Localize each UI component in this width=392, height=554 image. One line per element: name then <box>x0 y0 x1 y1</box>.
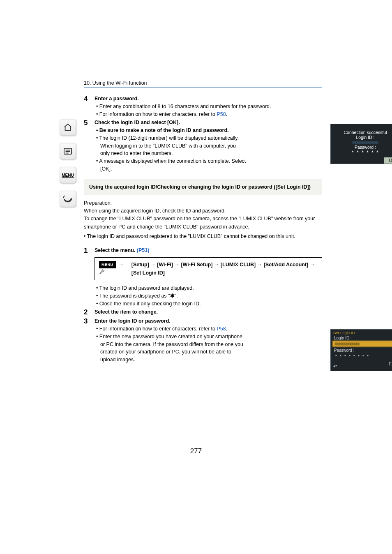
step-title: Select the menu. <box>95 247 137 253</box>
step-4: 4 Enter a password. • Enter any combinat… <box>84 95 322 118</box>
ss2-selected-row: xxxxxxxxxxxx <box>332 341 392 347</box>
section-callout: Using the acquired login ID/Checking or … <box>84 179 322 195</box>
ss-login-id-masked: xxxxxxxxxxxx <box>334 140 392 145</box>
ss-line: Password : <box>334 145 392 150</box>
home-icon[interactable] <box>60 119 76 136</box>
page-number[interactable]: 277 <box>0 447 392 455</box>
star-icon: ✱ <box>170 293 175 299</box>
link-p58[interactable]: P58 <box>217 326 226 332</box>
step-number: 1 <box>84 247 95 255</box>
preparation-block: Preparation: When using the acquired log… <box>84 199 322 241</box>
step-3b: 3 Enter the login ID or password. • For … <box>84 317 322 364</box>
step-title: Enter the login ID or password. <box>95 317 247 325</box>
ss2-row: Login ID : <box>331 335 392 340</box>
ss-line: Login ID : <box>334 135 392 140</box>
bullet-text: • A message is displayed when the connec… <box>96 157 247 173</box>
wrench-icon <box>99 269 105 277</box>
bullet-text-bold: • Be sure to make a note of the login ID… <box>96 127 247 134</box>
step-number: 4 <box>84 95 95 118</box>
bullet-text: • For information on how to enter charac… <box>96 325 247 333</box>
link-p58[interactable]: P58 <box>217 111 226 117</box>
bullet-text: • The password is displayed as "✱". <box>96 292 322 300</box>
step-5: 5 Check the login ID and select [OK]. • … <box>84 119 322 173</box>
menu-chip-icon: MENU <box>99 261 116 268</box>
bullet-continuation: When logging in to the "LUMIX CLUB" with… <box>100 142 247 158</box>
prep-text: To change the "LUMIX CLUB" password on t… <box>84 215 322 231</box>
step-number: 5 <box>84 119 95 173</box>
sidebar-nav: MENU <box>58 119 78 207</box>
ss2-row: Password : <box>331 347 392 353</box>
step-title: Enter a password. <box>95 95 322 103</box>
ss2-header: Set Login ID <box>331 330 392 335</box>
step-title: Select the item to change. <box>95 309 158 315</box>
menu-path-box: MENU → [Setup] → [Wi-Fi] → [Wi-Fi Setup]… <box>95 257 322 281</box>
step-2b: 2 Select the item to change. <box>84 308 322 316</box>
bullet-text: • For information on how to enter charac… <box>96 111 322 118</box>
menu-icon[interactable]: MENU <box>60 167 76 183</box>
page-content: 10. Using the Wi-Fi function 4 Enter a p… <box>84 80 322 365</box>
ss-password-masked: ＊＊＊＊＊＊ <box>334 150 392 155</box>
prep-note: • The login ID and password registered t… <box>84 233 322 240</box>
bullet-text: • The login ID and password are displaye… <box>96 284 322 292</box>
prep-text: When using the acquired login ID, check … <box>84 207 322 215</box>
ss-line: Connection successful <box>334 130 392 135</box>
ss2-back-icon: ↶ <box>333 364 337 369</box>
chapter-header: 10. Using the Wi-Fi function <box>84 80 322 88</box>
toc-icon[interactable] <box>60 143 76 159</box>
bullet-text: • Close the menu if only checking the lo… <box>96 300 322 308</box>
ss2-exit: Exit <box>331 359 392 366</box>
camera-screenshot-connection: Connection successful Login ID : xxxxxxx… <box>330 124 392 164</box>
ss2-pwd: ＊＊＊＊＊＊＊＊ <box>331 353 392 359</box>
bullet-text: • Enter the new password you have create… <box>96 333 247 364</box>
post-menu-bullets: • The login ID and password are displaye… <box>84 284 322 307</box>
prep-label: Preparation: <box>84 199 322 207</box>
ok-button: OK <box>384 157 392 164</box>
camera-screenshot-set-login: Set Login ID Login ID : xxxxxxxxxxxx Pas… <box>330 329 392 371</box>
bullet-text: • The login ID (12-digit number) will be… <box>96 134 247 142</box>
arrow-icon: → <box>118 262 124 268</box>
menu-path-prefix: MENU → <box>99 261 128 277</box>
menu-path-text: [Setup] → [Wi-Fi] → [Wi-Fi Setup] → [LUM… <box>131 261 318 277</box>
back-icon[interactable] <box>60 191 76 207</box>
step-number: 2 <box>84 308 95 316</box>
step-1b: 1 Select the menu. (P51) <box>84 247 322 255</box>
bullet-text: • Enter any combination of 8 to 16 chara… <box>96 103 322 111</box>
step-number: 3 <box>84 317 95 364</box>
link-p51[interactable]: (P51) <box>137 247 150 253</box>
step-title: Check the login ID and select [OK]. <box>95 119 247 127</box>
